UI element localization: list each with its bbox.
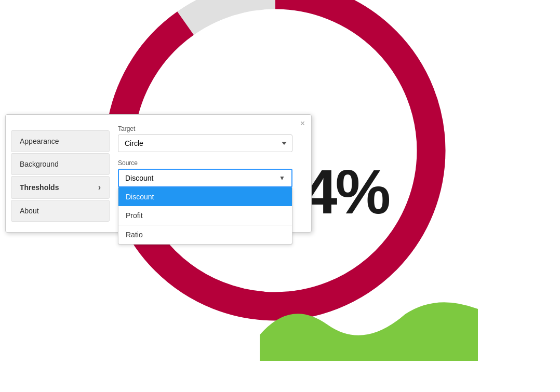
target-select[interactable]: Circle	[118, 134, 292, 152]
chevron-right-icon: ›	[98, 183, 101, 192]
dropdown-option-ratio[interactable]: Ratio	[118, 225, 292, 244]
dialog-body: Appearance Background Thresholds › About…	[6, 125, 301, 222]
sidebar-nav: Appearance Background Thresholds › About	[6, 125, 110, 222]
source-selected-value: Discount	[125, 174, 153, 182]
source-container: Discount ▼ Discount Profit Ratio	[118, 169, 292, 187]
close-button[interactable]: ×	[300, 119, 305, 128]
sidebar-label-appearance: Appearance	[20, 137, 59, 145]
target-label: Target	[118, 125, 292, 132]
source-field-group: Source Discount ▼ Discount Profit Ratio	[118, 159, 292, 187]
source-select-display[interactable]: Discount ▼	[118, 169, 292, 187]
dropdown-option-discount[interactable]: Discount	[118, 187, 292, 206]
sidebar-label-background: Background	[20, 160, 59, 168]
source-label: Source	[118, 159, 292, 167]
sidebar-label-about: About	[20, 207, 39, 215]
dialog-content: Target Circle Source Discount ▼ Discount…	[110, 125, 301, 222]
sidebar-item-thresholds[interactable]: Thresholds ›	[11, 176, 110, 199]
source-dropdown-list: Discount Profit Ratio	[118, 187, 292, 245]
sidebar-item-appearance[interactable]: Appearance	[11, 130, 110, 152]
chevron-down-icon: ▼	[279, 174, 285, 182]
settings-dialog: × Appearance Background Thresholds › Abo…	[5, 114, 312, 233]
target-field-group: Target Circle	[118, 125, 292, 152]
sidebar-item-about[interactable]: About	[11, 200, 110, 222]
green-wave	[260, 293, 478, 361]
sidebar-label-thresholds: Thresholds	[20, 183, 59, 192]
dropdown-option-profit[interactable]: Profit	[118, 206, 292, 225]
sidebar-item-background[interactable]: Background	[11, 153, 110, 175]
